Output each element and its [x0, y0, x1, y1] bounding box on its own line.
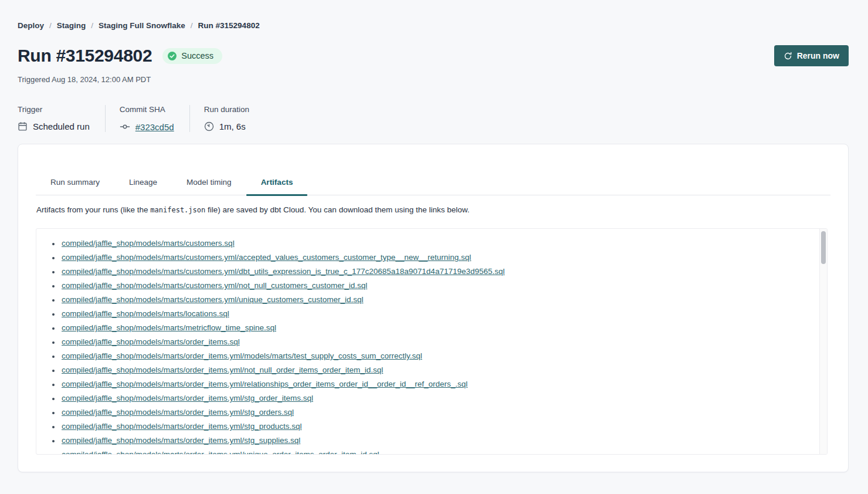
- artifact-link[interactable]: compiled/jaffle_shop/models/marts/custom…: [62, 267, 505, 276]
- artifacts-scrollbar-track[interactable]: [819, 229, 827, 454]
- tab-bar: Run summary Lineage Model timing Artifac…: [36, 171, 830, 195]
- artifact-link[interactable]: compiled/jaffle_shop/models/marts/custom…: [62, 239, 235, 248]
- calendar-icon: [18, 121, 28, 131]
- meta-duration: Run duration 1m, 6s: [189, 105, 265, 132]
- artifact-list-item: compiled/jaffle_shop/models/marts/order_…: [60, 363, 813, 377]
- breadcrumb-separator: /: [49, 21, 52, 30]
- breadcrumb-item-environment[interactable]: Staging Full Snowflake: [99, 21, 185, 30]
- artifact-list-item: compiled/jaffle_shop/models/marts/locati…: [60, 307, 813, 321]
- artifacts-description-suffix: file) are saved by dbt Cloud. You can do…: [205, 205, 469, 214]
- status-badge: Success: [162, 48, 222, 64]
- breadcrumb: Deploy / Staging / Staging Full Snowflak…: [18, 21, 849, 30]
- artifacts-list: compiled/jaffle_shop/models/marts/custom…: [36, 229, 827, 455]
- meta-trigger-label: Trigger: [18, 105, 90, 114]
- meta-trigger: Trigger Scheduled run: [18, 105, 105, 132]
- meta-commit: Commit SHA #323cd5d: [105, 105, 189, 132]
- tab-lineage[interactable]: Lineage: [114, 171, 172, 195]
- tab-model-timing[interactable]: Model timing: [172, 171, 246, 195]
- breadcrumb-separator: /: [191, 21, 193, 30]
- meta-duration-value: 1m, 6s: [219, 121, 246, 131]
- artifact-list-item: compiled/jaffle_shop/models/marts/order_…: [60, 434, 813, 448]
- rerun-now-button[interactable]: Rerun now: [774, 45, 849, 66]
- artifacts-description-prefix: Artifacts from your runs (like the: [36, 205, 150, 214]
- page-title: Run #315294802: [18, 46, 152, 66]
- artifact-link[interactable]: compiled/jaffle_shop/models/marts/order_…: [62, 422, 301, 431]
- check-circle-icon: [167, 51, 177, 61]
- git-commit-icon: [120, 121, 130, 132]
- artifact-link[interactable]: compiled/jaffle_shop/models/marts/custom…: [62, 253, 471, 262]
- breadcrumb-item-deploy[interactable]: Deploy: [18, 21, 44, 30]
- commit-sha-link[interactable]: #323cd5d: [135, 122, 174, 132]
- artifact-link[interactable]: compiled/jaffle_shop/models/marts/order_…: [62, 351, 422, 360]
- artifact-list-item: compiled/jaffle_shop/models/marts/custom…: [60, 265, 813, 279]
- artifact-list-item: compiled/jaffle_shop/models/marts/custom…: [60, 236, 813, 251]
- artifact-link[interactable]: compiled/jaffle_shop/models/marts/order_…: [62, 408, 294, 417]
- artifact-list-item: compiled/jaffle_shop/models/marts/custom…: [60, 279, 813, 293]
- artifact-link[interactable]: compiled/jaffle_shop/models/marts/order_…: [62, 380, 467, 388]
- artifact-link[interactable]: compiled/jaffle_shop/models/marts/order_…: [62, 366, 383, 374]
- refresh-icon: [784, 52, 792, 60]
- manifest-json-code: manifest.json: [150, 206, 205, 214]
- artifact-link[interactable]: compiled/jaffle_shop/models/marts/order_…: [62, 436, 300, 445]
- rerun-now-label: Rerun now: [797, 51, 839, 60]
- artifact-link[interactable]: compiled/jaffle_shop/models/marts/custom…: [62, 295, 363, 304]
- artifacts-scrollbar-thumb[interactable]: [821, 231, 826, 264]
- artifact-list-item: compiled/jaffle_shop/models/marts/order_…: [60, 335, 813, 349]
- meta-duration-label: Run duration: [204, 105, 249, 114]
- artifact-link[interactable]: compiled/jaffle_shop/models/marts/metric…: [62, 323, 276, 332]
- artifact-list-item: compiled/jaffle_shop/models/marts/custom…: [60, 293, 813, 307]
- meta-trigger-value: Scheduled run: [33, 121, 90, 131]
- breadcrumb-item-staging[interactable]: Staging: [57, 21, 86, 30]
- tab-artifacts[interactable]: Artifacts: [246, 171, 308, 195]
- title-row: Run #315294802 Success Rerun now: [18, 44, 849, 67]
- artifact-link[interactable]: compiled/jaffle_shop/models/marts/locati…: [62, 309, 229, 318]
- triggered-timestamp: Triggered Aug 18, 2024, 12:00 AM PDT: [18, 75, 849, 84]
- status-badge-label: Success: [181, 51, 213, 60]
- run-meta: Trigger Scheduled run Commit SHA: [18, 105, 849, 132]
- run-details-card: Run summary Lineage Model timing Artifac…: [18, 144, 849, 472]
- meta-commit-label: Commit SHA: [120, 105, 174, 114]
- artifacts-list-container: compiled/jaffle_shop/models/marts/custom…: [36, 228, 828, 455]
- artifact-list-item: compiled/jaffle_shop/models/marts/custom…: [60, 251, 813, 265]
- artifact-list-item: compiled/jaffle_shop/models/marts/metric…: [60, 321, 813, 335]
- artifact-link[interactable]: compiled/jaffle_shop/models/marts/order_…: [62, 450, 379, 455]
- artifact-list-item: compiled/jaffle_shop/models/marts/order_…: [60, 419, 813, 434]
- breadcrumb-current-run: Run #315294802: [198, 21, 260, 30]
- artifact-list-item: compiled/jaffle_shop/models/marts/order_…: [60, 448, 813, 455]
- artifact-link[interactable]: compiled/jaffle_shop/models/marts/custom…: [62, 281, 367, 290]
- artifact-list-item: compiled/jaffle_shop/models/marts/order_…: [60, 377, 813, 391]
- artifact-list-item: compiled/jaffle_shop/models/marts/order_…: [60, 405, 813, 419]
- breadcrumb-separator: /: [91, 21, 93, 30]
- artifact-list-item: compiled/jaffle_shop/models/marts/order_…: [60, 391, 813, 405]
- artifact-list-item: compiled/jaffle_shop/models/marts/order_…: [60, 349, 813, 363]
- artifact-link[interactable]: compiled/jaffle_shop/models/marts/order_…: [62, 337, 240, 346]
- run-detail-page: Deploy / Staging / Staging Full Snowflak…: [0, 0, 868, 494]
- clock-icon: [204, 121, 214, 131]
- tab-run-summary[interactable]: Run summary: [36, 171, 114, 195]
- artifacts-description: Artifacts from your runs (like the manif…: [36, 205, 830, 215]
- artifact-link[interactable]: compiled/jaffle_shop/models/marts/order_…: [62, 394, 313, 402]
